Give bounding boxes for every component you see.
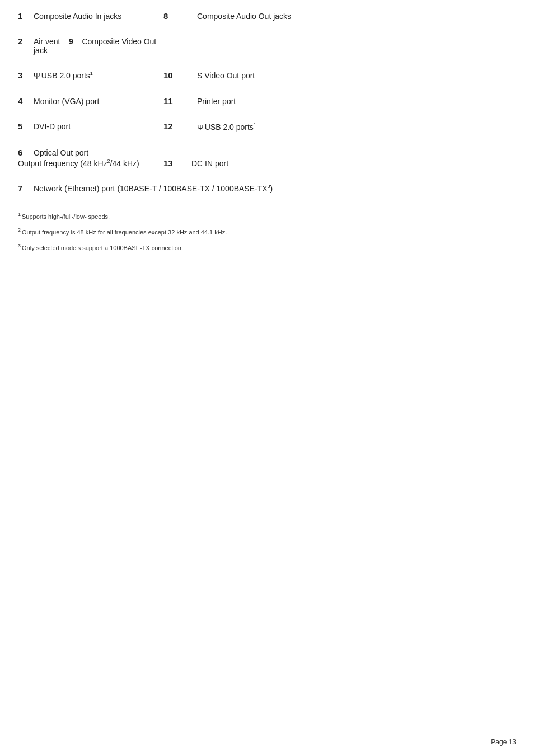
item-6-top: 6 Optical Out port — [18, 148, 516, 157]
footnote-sup-2: 2 — [18, 227, 21, 233]
item-left-2: 2 Air vent 9 Composite Video Out jack — [18, 36, 163, 55]
item-right-4: 11 Printer port — [163, 96, 516, 106]
footnote-text-1: Supports high-/full-/low- speeds. — [22, 213, 110, 219]
item-desc-4: Monitor (VGA) port — [34, 97, 163, 106]
footnote-ref-1-5: 1 — [254, 122, 256, 128]
usb-icon-5: Ψ — [197, 123, 204, 132]
item-desc-7: Network (Ethernet) port (10BASE-T / 100B… — [34, 184, 516, 193]
footnote-2: 2Output frequency is 48 kHz for all freq… — [18, 227, 516, 237]
item-number-2: 2 — [18, 36, 34, 46]
item-left-1: 1 Composite Audio In jacks — [18, 11, 163, 21]
footnote-sup-3: 3 — [18, 243, 21, 248]
footnotes: 1Supports high-/full-/low- speeds. 2Outp… — [18, 211, 516, 252]
footnote-1: 1Supports high-/full-/low- speeds. — [18, 211, 516, 221]
item-row-7: 7 Network (Ethernet) port (10BASE-T / 10… — [18, 184, 516, 193]
item-left-4: 4 Monitor (VGA) port — [18, 96, 163, 106]
item-right-1: 8 Composite Audio Out jacks — [163, 11, 516, 21]
footnote-text-3: Only selected models support a 1000BASE-… — [22, 244, 183, 251]
item-row-5: 5 DVI-D port 12 ΨUSB 2.0 ports1 — [18, 121, 516, 132]
item-number-right-6: 13 — [163, 158, 191, 168]
item-desc-right-4: Printer port — [197, 97, 236, 106]
footnote-ref-1-3: 1 — [90, 71, 93, 76]
item-number-6: 6 — [18, 148, 34, 157]
item-number-5: 5 — [18, 121, 34, 131]
footnote-text-2: Output frequency is 48 kHz for all frequ… — [22, 228, 227, 235]
item-right-5: 12 ΨUSB 2.0 ports1 — [163, 121, 516, 132]
item-left-5: 5 DVI-D port — [18, 121, 163, 131]
item-row-1: 1 Composite Audio In jacks 8 Composite A… — [18, 11, 516, 21]
page-number: Page 13 — [491, 738, 516, 746]
item-number-right-3: 10 — [163, 71, 197, 80]
item-desc-5: DVI-D port — [34, 122, 163, 131]
item-number-4: 4 — [18, 96, 34, 106]
usb-icon-3: Ψ — [34, 72, 40, 81]
item-desc-right-1: Composite Audio Out jacks — [197, 12, 291, 21]
item-row-3: 3 ΨUSB 2.0 ports1 10 S Video Out port — [18, 71, 516, 81]
item-desc-right-3: S Video Out port — [197, 71, 255, 80]
item-number-1: 1 — [18, 11, 34, 21]
item-right-3: 10 S Video Out port — [163, 71, 516, 80]
item-row-6: 6 Optical Out port Output frequency (48 … — [18, 148, 516, 168]
item-6-line1: Optical Out port — [34, 148, 88, 157]
item-number-right-4: 11 — [163, 96, 197, 106]
item-number-7: 7 — [18, 184, 34, 193]
item-number-3: 3 — [18, 71, 34, 80]
item-6-line2: Output frequency (48 kHz2/44 kHz) — [18, 158, 163, 168]
item-left-3: 3 ΨUSB 2.0 ports1 — [18, 71, 163, 81]
footnote-sup-1: 1 — [18, 212, 21, 217]
item-row-4: 4 Monitor (VGA) port 11 Printer port — [18, 96, 516, 106]
item-desc-right-6: DC IN port — [191, 159, 228, 168]
item-desc-3: ΨUSB 2.0 ports1 — [34, 71, 163, 81]
page-content: 1 Composite Audio In jacks 8 Composite A… — [0, 0, 534, 292]
item-number-right-1: 8 — [163, 11, 197, 21]
item-6-bottom: Output frequency (48 kHz2/44 kHz) 13 DC … — [18, 158, 516, 168]
item-desc-1: Composite Audio In jacks — [34, 12, 163, 21]
item-number-right-5: 12 — [163, 121, 197, 131]
item-desc-right-5: ΨUSB 2.0 ports1 — [197, 122, 256, 132]
item-row-2: 2 Air vent 9 Composite Video Out jack — [18, 36, 516, 55]
item-desc-2: Air vent 9 Composite Video Out jack — [34, 37, 163, 55]
footnote-3: 3Only selected models support a 1000BASE… — [18, 242, 516, 252]
